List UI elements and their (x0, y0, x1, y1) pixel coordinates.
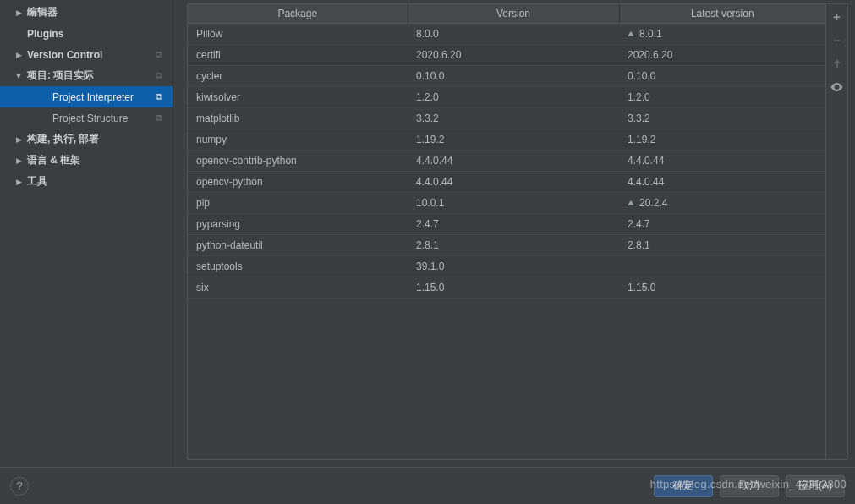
cell-version: 0.10.0 (408, 65, 619, 86)
cell-package: kiwisolver (188, 86, 408, 107)
cell-package: numpy (188, 129, 408, 150)
cell-package: cycler (188, 65, 408, 86)
help-button[interactable]: ? (10, 477, 29, 496)
cell-package: python-dateutil (188, 234, 408, 255)
scope-icon: ⧉ (156, 112, 167, 123)
cancel-button[interactable]: 取消 (720, 475, 779, 497)
expand-arrow-icon: ▶ (14, 156, 24, 165)
cell-latest: 20.2.4 (619, 192, 825, 213)
expand-arrow-icon: ▶ (14, 135, 24, 144)
latest-version-text: 1.19.2 (628, 134, 655, 145)
table-row[interactable]: numpy1.19.21.19.2 (188, 129, 825, 150)
sidebar-item-label: 构建, 执行, 部署 (24, 132, 167, 146)
ok-button[interactable]: 确定 (654, 475, 713, 497)
col-package[interactable]: Package (188, 4, 408, 23)
expand-arrow-icon: ▶ (14, 178, 24, 186)
cell-latest: 1.19.2 (619, 129, 825, 150)
sidebar-item[interactable]: ▶工具 (0, 171, 173, 192)
sidebar-item[interactable]: Project Interpreter⧉ (0, 86, 173, 107)
cell-package: opencv-contrib-python (188, 150, 408, 171)
upgrade-package-button (830, 57, 844, 70)
add-package-button[interactable]: + (830, 9, 844, 23)
cell-latest: 4.4.0.44 (619, 150, 825, 171)
latest-version-text: 1.2.0 (628, 91, 650, 103)
sidebar-item-label: 语言 & 框架 (24, 153, 167, 167)
sidebar-item[interactable]: ▶Version Control⧉ (0, 44, 173, 65)
cell-latest: 1.2.0 (619, 86, 825, 107)
cell-latest: 2.8.1 (619, 234, 825, 255)
sidebar-item[interactable]: ▶编辑器 (0, 2, 173, 23)
cell-version: 2020.6.20 (408, 44, 619, 65)
table-row[interactable]: six1.15.01.15.0 (188, 277, 825, 298)
cell-package: six (188, 277, 408, 298)
scope-icon: ⧉ (156, 91, 167, 102)
table-row[interactable]: certifi2020.6.202020.6.20 (188, 44, 825, 65)
cell-package: pip (188, 192, 408, 213)
settings-sidebar: ▶编辑器Plugins▶Version Control⧉▼项目: 项目实际⧉Pr… (0, 0, 173, 467)
sidebar-item[interactable]: Plugins (0, 23, 173, 44)
cell-version: 2.8.1 (408, 234, 619, 255)
cell-latest: 2020.6.20 (619, 44, 825, 65)
update-available-icon (628, 200, 634, 205)
table-row[interactable]: pyparsing2.4.72.4.7 (188, 213, 825, 234)
cell-version: 10.0.1 (408, 192, 619, 213)
sidebar-item-label: 项目: 项目实际 (24, 68, 156, 83)
cell-version: 4.4.0.44 (408, 150, 619, 171)
cell-package: pyparsing (188, 213, 408, 234)
update-available-icon (628, 31, 634, 36)
sidebar-item-label: 工具 (24, 174, 167, 189)
latest-version-text: 0.10.0 (628, 70, 655, 82)
packages-table[interactable]: Package Version Latest version Pillow8.0… (188, 4, 825, 299)
cell-version: 4.4.0.44 (408, 171, 619, 192)
table-row[interactable]: kiwisolver1.2.01.2.0 (188, 86, 825, 107)
latest-version-text: 3.3.2 (628, 112, 650, 124)
latest-version-text: 20.2.4 (639, 197, 667, 209)
cell-version: 3.3.2 (408, 107, 619, 129)
table-row[interactable]: setuptools39.1.0 (188, 255, 825, 277)
cell-latest: 8.0.1 (619, 23, 825, 44)
col-latest[interactable]: Latest version (619, 4, 825, 23)
cell-version: 8.0.0 (408, 23, 619, 44)
sidebar-item-label: Plugins (24, 28, 167, 40)
cell-package: opencv-python (188, 171, 408, 192)
latest-version-text: 2020.6.20 (628, 49, 672, 61)
table-row[interactable]: Pillow8.0.08.0.1 (188, 23, 825, 44)
dialog-buttons-bar: ? 确定 取消 应用(A) (0, 467, 855, 504)
expand-arrow-icon: ▼ (14, 72, 24, 80)
latest-version-text: 1.15.0 (628, 282, 655, 293)
sidebar-item-label: Version Control (24, 49, 156, 61)
latest-version-text: 8.0.1 (639, 28, 662, 40)
scope-icon: ⧉ (156, 70, 167, 81)
table-row[interactable]: cycler0.10.00.10.0 (188, 65, 825, 86)
table-row[interactable]: matplotlib3.3.23.3.2 (188, 107, 825, 129)
cell-version: 2.4.7 (408, 213, 619, 234)
scope-icon: ⧉ (156, 49, 167, 60)
sidebar-item[interactable]: Project Structure⧉ (0, 107, 173, 129)
cell-version: 1.15.0 (408, 277, 619, 298)
cell-latest (619, 255, 825, 277)
cell-latest: 0.10.0 (619, 65, 825, 86)
sidebar-item[interactable]: ▶构建, 执行, 部署 (0, 129, 173, 150)
sidebar-item[interactable]: ▶语言 & 框架 (0, 150, 173, 171)
table-row[interactable]: opencv-python4.4.0.444.4.0.44 (188, 171, 825, 192)
cell-version: 39.1.0 (408, 255, 619, 277)
cell-latest: 4.4.0.44 (619, 171, 825, 192)
cell-latest: 2.4.7 (619, 213, 825, 234)
expand-arrow-icon: ▶ (14, 51, 24, 59)
package-tools: + − (825, 4, 847, 459)
sidebar-item[interactable]: ▼项目: 项目实际⧉ (0, 65, 173, 86)
sidebar-item-label: Project Interpreter (49, 91, 156, 103)
latest-version-text: 4.4.0.44 (628, 176, 664, 188)
latest-version-text: 2.4.7 (628, 218, 650, 230)
table-row[interactable]: opencv-contrib-python4.4.0.444.4.0.44 (188, 150, 825, 171)
table-row[interactable]: pip10.0.120.2.4 (188, 192, 825, 213)
cell-package: setuptools (188, 255, 408, 277)
expand-arrow-icon: ▶ (14, 8, 24, 17)
apply-button[interactable]: 应用(A) (786, 475, 845, 497)
cell-package: Pillow (188, 23, 408, 44)
cell-package: certifi (188, 44, 408, 65)
col-version[interactable]: Version (408, 4, 619, 23)
remove-package-button: − (830, 33, 844, 47)
table-row[interactable]: python-dateutil2.8.12.8.1 (188, 234, 825, 255)
show-early-releases-button[interactable] (830, 80, 844, 94)
